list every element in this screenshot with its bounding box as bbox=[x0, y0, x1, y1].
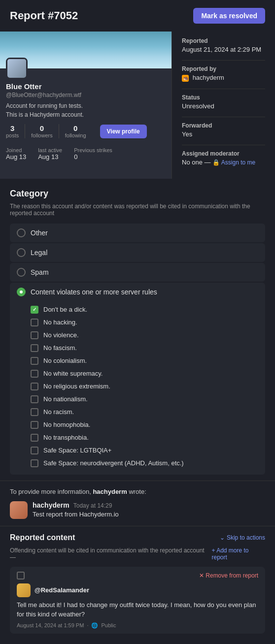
rule-item-dick[interactable]: Don't be a dick. bbox=[31, 303, 258, 316]
rule-label-dick: Don't be a dick. bbox=[43, 306, 87, 313]
add-more-to-report-link[interactable]: + Add more to report bbox=[211, 547, 265, 561]
category-legal-label: Legal bbox=[31, 249, 47, 257]
profile-section: Blue Otter @BlueOtter@hachyderm.wtf Acco… bbox=[0, 32, 275, 179]
page-title: Report #7052 bbox=[10, 9, 78, 22]
radio-other bbox=[17, 228, 26, 237]
rule-checkbox-transphobia[interactable] bbox=[31, 434, 38, 442]
forwarded-row: Forwarded Yes bbox=[182, 122, 265, 138]
content-card: ✕ Remove from report @RedSalamander Tell… bbox=[10, 567, 265, 634]
rule-item-violence[interactable]: No violence. bbox=[31, 329, 258, 342]
content-user-avatar bbox=[17, 583, 31, 597]
rule-checkbox-hacking[interactable] bbox=[31, 319, 38, 326]
rule-label-homophobia: No homophobia. bbox=[43, 421, 90, 428]
rule-checkbox-dick[interactable] bbox=[31, 306, 38, 314]
rule-item-racism[interactable]: No racism. bbox=[31, 406, 258, 419]
rules-list: Don't be a dick.No hacking.No violence.N… bbox=[10, 301, 265, 475]
profile-meta: Joined Aug 13 last active Aug 13 Previou… bbox=[0, 147, 172, 161]
rule-checkbox-homophobia[interactable] bbox=[31, 421, 38, 429]
comment-intro: To provide more information, hachyderm w… bbox=[10, 488, 265, 495]
category-other-label: Other bbox=[31, 229, 48, 237]
last-active-date: last active Aug 13 bbox=[38, 147, 62, 161]
rule-item-white-supremacy[interactable]: No white supremacy. bbox=[31, 367, 258, 380]
chevron-down-icon: ⌄ bbox=[220, 534, 225, 541]
category-server-rules-label: Content violates one or more server rule… bbox=[31, 288, 157, 296]
radio-server-rules bbox=[17, 288, 26, 296]
profile-bio: Account for running fun tests. This is a… bbox=[6, 101, 166, 119]
assign-to-me-link[interactable]: 🔒 Assign to me bbox=[212, 159, 255, 166]
content-text: Tell me about it! I had to change my out… bbox=[17, 600, 258, 619]
category-option-legal[interactable]: Legal bbox=[10, 243, 265, 262]
rule-label-white-supremacy: No white supremacy. bbox=[43, 370, 103, 377]
comment-section: To provide more information, hachyderm w… bbox=[0, 481, 275, 526]
reporter-name: hachyderm bbox=[193, 74, 224, 81]
profile-card: Blue Otter @BlueOtter@hachyderm.wtf Acco… bbox=[0, 32, 172, 179]
comment-body: hachyderm Today at 14:29 Test report fro… bbox=[33, 501, 119, 518]
content-visibility: Public bbox=[101, 622, 116, 628]
view-profile-button[interactable]: View profile bbox=[100, 125, 147, 138]
mark-resolved-button[interactable]: Mark as resolved bbox=[193, 8, 265, 24]
rule-checkbox-white-supremacy[interactable] bbox=[31, 370, 38, 378]
rule-checkbox-violence[interactable] bbox=[31, 331, 38, 339]
rule-checkbox-safe-neurodivergent[interactable] bbox=[31, 459, 38, 467]
avatar-image bbox=[7, 59, 26, 78]
rule-checkbox-fascism[interactable] bbox=[31, 344, 38, 352]
radio-legal bbox=[17, 248, 26, 257]
bio-line2: This is a Hachyderm account. bbox=[6, 111, 84, 118]
server-rules-header[interactable]: Content violates one or more server rule… bbox=[10, 283, 265, 301]
profile-info: Blue Otter @BlueOtter@hachyderm.wtf Acco… bbox=[0, 68, 172, 142]
commenter-avatar bbox=[10, 501, 28, 519]
category-option-spam[interactable]: Spam bbox=[10, 263, 265, 282]
profile-name: Blue Otter bbox=[6, 82, 166, 91]
joined-date: Joined Aug 13 bbox=[6, 147, 26, 161]
rule-checkbox-nationalism[interactable] bbox=[31, 395, 38, 403]
content-select-checkbox[interactable] bbox=[17, 572, 25, 580]
reported-content-header: Reported content ⌄ Skip to actions bbox=[10, 533, 265, 542]
reported-content-title: Reported content bbox=[10, 533, 75, 542]
rule-item-hacking[interactable]: No hacking. bbox=[31, 316, 258, 329]
content-user-row: @RedSalamander bbox=[17, 583, 258, 597]
rule-label-safe-neurodivergent: Safe Space: neurodivergent (ADHD, Autism… bbox=[43, 459, 184, 467]
rule-item-safe-lgtbqia[interactable]: Safe Space: LGTBQIA+ bbox=[31, 444, 258, 457]
category-option-server-rules: Content violates one or more server rule… bbox=[10, 283, 265, 475]
stat-posts: 3 posts bbox=[6, 124, 25, 138]
category-section: Category The reason this account and/or … bbox=[0, 179, 275, 481]
bio-line1: Account for running fun tests. bbox=[6, 102, 83, 109]
rule-checkbox-racism[interactable] bbox=[31, 408, 38, 416]
remove-from-report-link[interactable]: ✕ Remove from report bbox=[199, 572, 258, 579]
avatar bbox=[6, 58, 28, 79]
stat-followers: 0 followers bbox=[25, 124, 59, 138]
reported-content-description: Offending content will be cited in commu… bbox=[10, 547, 265, 561]
rule-item-colonialism[interactable]: No colonialism. bbox=[31, 354, 258, 367]
rule-label-safe-lgtbqia: Safe Space: LGTBQIA+ bbox=[43, 447, 111, 454]
skip-to-actions-link[interactable]: ⌄ Skip to actions bbox=[220, 534, 265, 541]
rule-item-transphobia[interactable]: No transphobia. bbox=[31, 431, 258, 444]
globe-icon: 🌐 bbox=[91, 622, 98, 629]
profile-stats: 3 posts 0 followers 0 following View pro… bbox=[6, 124, 166, 138]
rule-checkbox-religious-extremism[interactable] bbox=[31, 383, 38, 390]
rule-checkbox-safe-lgtbqia[interactable] bbox=[31, 447, 38, 454]
category-title: Category bbox=[10, 189, 265, 199]
content-date: August 14, 2024 at 1:59 PM bbox=[17, 622, 84, 628]
rule-item-safe-neurodivergent[interactable]: Safe Space: neurodivergent (ADHD, Autism… bbox=[31, 457, 258, 470]
rule-item-fascism[interactable]: No fascism. bbox=[31, 342, 258, 354]
category-spam-label: Spam bbox=[31, 268, 49, 276]
separator: · bbox=[87, 622, 88, 628]
reported-date-row: Reported August 21, 2024 at 2:29 PM bbox=[182, 37, 265, 53]
rule-item-nationalism[interactable]: No nationalism. bbox=[31, 393, 258, 406]
status-row: Status Unresolved bbox=[182, 94, 265, 110]
previous-strikes: Previous strikes 0 bbox=[74, 147, 112, 161]
category-option-other[interactable]: Other bbox=[10, 224, 265, 242]
rule-label-fascism: No fascism. bbox=[43, 344, 77, 352]
comment-reporter: hachyderm bbox=[93, 488, 127, 495]
rule-label-colonialism: No colonialism. bbox=[43, 357, 87, 364]
category-description: The reason this account and/or content w… bbox=[10, 203, 265, 217]
rule-label-hacking: No hacking. bbox=[43, 319, 77, 326]
content-meta: August 14, 2024 at 1:59 PM · 🌐 Public bbox=[17, 622, 258, 629]
rule-checkbox-colonialism[interactable] bbox=[31, 357, 38, 365]
content-username: @RedSalamander bbox=[34, 586, 89, 594]
rule-item-homophobia[interactable]: No homophobia. bbox=[31, 419, 258, 431]
status-badge: Unresolved bbox=[182, 102, 265, 110]
rule-item-religious-extremism[interactable]: No religious extremism. bbox=[31, 380, 258, 393]
commenter-username: hachyderm bbox=[33, 501, 69, 509]
content-card-header: ✕ Remove from report bbox=[17, 572, 258, 580]
